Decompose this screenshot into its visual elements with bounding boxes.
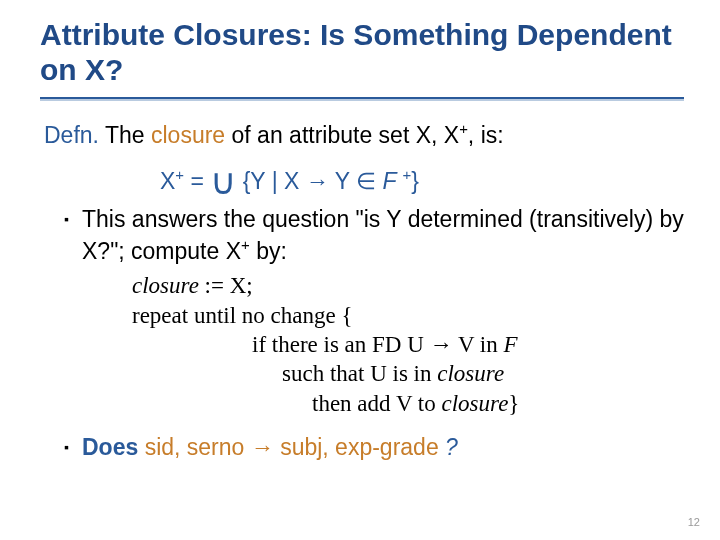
algo-l3a: if there is an FD U — [252, 332, 430, 357]
algo-l5: then add V to closure} — [312, 389, 684, 418]
defn-sup-plus: + — [459, 120, 468, 137]
bullet-2: ▪ Does sid, serno → subj, exp-grade ? — [64, 432, 684, 463]
defn-closure-word: closure — [151, 122, 225, 148]
bullet-2-body: Does sid, serno → subj, exp-grade ? — [82, 432, 684, 463]
big-union-icon: ∪ — [210, 172, 236, 194]
formula-lhs-sup: + — [175, 166, 184, 183]
bullet1-sup: + — [241, 236, 250, 253]
title-rule — [40, 97, 684, 101]
formula-mid: Y — [329, 167, 356, 193]
algo-l3b: V in — [453, 332, 504, 357]
q-a: sid, serno — [145, 434, 251, 460]
formula-eq: = — [184, 167, 210, 193]
algo-l1: closure := X; — [132, 271, 684, 300]
algo-l1-closure: closure — [132, 273, 199, 298]
algo-l3c: F — [504, 332, 518, 357]
formula-setopen: {Y | X — [236, 167, 305, 193]
algo-l5c: } — [508, 391, 519, 416]
bullet1-text-a: This answers the question "is Y determin… — [82, 206, 684, 264]
algo-l4a: such that U is in — [282, 361, 437, 386]
slide-title: Attribute Closures: Is Something Depende… — [40, 18, 684, 87]
bullet1-text-b: by: — [250, 238, 287, 264]
algo-l5b: closure — [441, 391, 508, 416]
question-text: sid, serno → subj, exp-grade — [145, 434, 445, 460]
formula-F: F — [376, 167, 402, 193]
question-mark: ? — [445, 434, 458, 460]
bullet-1-body: This answers the question "is Y determin… — [82, 204, 684, 267]
algo-l4b: closure — [437, 361, 504, 386]
algo-l4: such that U is in closure — [282, 359, 684, 388]
defn-text-2: of an attribute set X, X — [225, 122, 459, 148]
page-number: 12 — [688, 516, 700, 528]
does-label: Does — [82, 434, 145, 460]
defn-label: Defn. — [44, 122, 99, 148]
formula-close: } — [411, 167, 419, 193]
q-b: subj, exp-grade — [274, 434, 439, 460]
formula-arrow1: → — [306, 167, 329, 193]
defn-text-1: The — [105, 122, 151, 148]
formula-elem: ∈ — [356, 167, 376, 193]
closure-formula: X+ = ∪ {Y | X → Y ∈ F +} — [160, 165, 684, 197]
bullet-1: ▪ This answers the question "is Y determ… — [64, 204, 684, 267]
defn-text-3: , is: — [468, 122, 504, 148]
algo-l3: if there is an FD U → V in F — [252, 330, 684, 359]
slide-body: Defn. The closure of an attribute set X,… — [40, 119, 684, 463]
bullet-marker: ▪ — [64, 204, 82, 267]
algo-l5a: then add V to — [312, 391, 441, 416]
bullet-marker-2: ▪ — [64, 432, 82, 463]
algorithm-block: closure := X; repeat until no change { i… — [132, 271, 684, 418]
definition-line: Defn. The closure of an attribute set X,… — [44, 119, 684, 151]
algo-l2: repeat until no change { — [132, 301, 684, 330]
algo-l1-rest: := X; — [199, 273, 253, 298]
algo-l3-arrow: → — [430, 332, 453, 357]
formula-F-sup: + — [403, 166, 412, 183]
q-arrow: → — [251, 434, 274, 460]
formula-lhs: X — [160, 167, 175, 193]
